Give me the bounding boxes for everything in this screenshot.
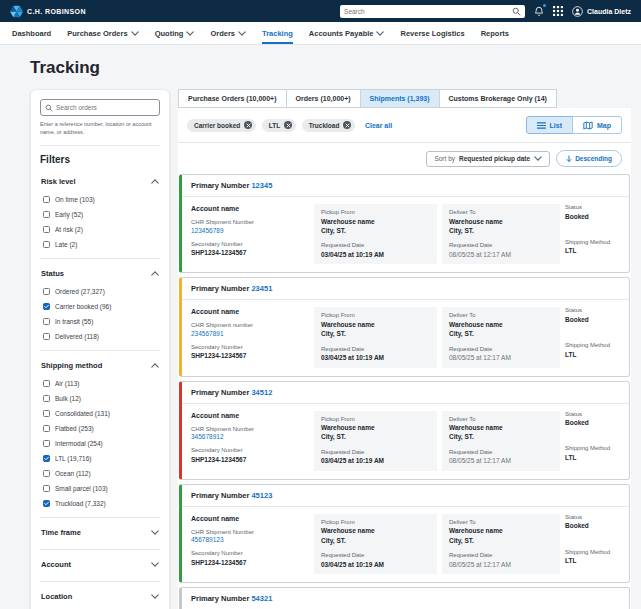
- filter-option-air[interactable]: Air (113): [40, 376, 160, 391]
- filter-option-truckload[interactable]: Truckload (7,332): [40, 496, 160, 511]
- filter-section-toggle-status[interactable]: Status: [40, 263, 160, 284]
- filter-option-late[interactable]: Late (2): [40, 237, 160, 252]
- shipping-method-value: LTL: [565, 246, 620, 255]
- pickup-date-value: 03/04/25 at 10:19 AM: [321, 560, 430, 569]
- remove-chip-icon[interactable]: [284, 121, 292, 129]
- status-cell: StatusBookedShipping MethodLTL: [565, 307, 620, 367]
- filter-option-consolidated[interactable]: Consolidated (131): [40, 406, 160, 421]
- filter-option-ordered[interactable]: Ordered (27,327): [40, 284, 160, 299]
- nav-item-orders[interactable]: Orders: [210, 22, 246, 44]
- delivery-location: Warehouse nameCity, ST.: [449, 320, 553, 339]
- chr-shipment-number-link[interactable]: 456789123: [191, 536, 224, 543]
- notifications-bell-icon[interactable]: [534, 6, 544, 17]
- nav-item-purchase-orders[interactable]: Purchase Orders: [67, 22, 138, 44]
- remove-chip-icon[interactable]: [343, 121, 351, 129]
- filter-option-ltl[interactable]: LTL (19,716): [40, 451, 160, 466]
- secondary-number-value: SHP1234-1234567: [191, 351, 309, 360]
- filter-option-bulk[interactable]: Bulk (12): [40, 391, 160, 406]
- checkbox-checked-icon[interactable]: [43, 303, 50, 310]
- primary-nav: DashboardPurchase OrdersQuotingOrdersTra…: [0, 22, 641, 45]
- user-avatar-icon: [572, 6, 583, 17]
- chr-shipment-number-link[interactable]: 345678912: [191, 433, 224, 440]
- list-icon: [537, 122, 546, 129]
- tab-customs-brokerage-only-14[interactable]: Customs Brokerage Only (14): [439, 89, 557, 108]
- filter-option-intermodal[interactable]: Intermodal (254): [40, 436, 160, 451]
- filter-section-toggle-time-frame[interactable]: Time frame: [40, 522, 160, 543]
- nav-item-accounts-payable[interactable]: Accounts Payable: [309, 22, 385, 44]
- checkbox-checked-icon[interactable]: [43, 500, 50, 507]
- top-app-bar: C.H. ROBINSON Claud: [0, 0, 641, 22]
- filter-option-at-risk[interactable]: At risk (2): [40, 222, 160, 237]
- sort-direction-button[interactable]: Descending: [556, 150, 622, 167]
- shipping-method-label: Shipping Method: [565, 342, 620, 348]
- chip-label: Carrier booked: [194, 122, 240, 129]
- list-view-button[interactable]: List: [526, 116, 573, 134]
- filter-section-toggle-location[interactable]: Location: [40, 586, 160, 607]
- primary-number-link[interactable]: 12345: [251, 181, 272, 190]
- shipments-panel: Carrier bookedLTLTruckload Clear all Lis…: [178, 108, 631, 609]
- nav-item-quoting[interactable]: Quoting: [155, 22, 195, 44]
- tab-bar: Purchase Orders (10,000+)Orders (10,000+…: [178, 89, 631, 108]
- filter-option-label: Ocean (112): [55, 470, 91, 477]
- status-cell: StatusBookedShipping MethodLTL: [565, 204, 620, 264]
- filter-option-in-transit[interactable]: In transit (55): [40, 314, 160, 329]
- primary-number-link[interactable]: 34512: [251, 388, 272, 397]
- filter-option-on-time[interactable]: On time (103): [40, 192, 160, 207]
- brand-name: C.H. ROBINSON: [27, 8, 86, 15]
- checkbox-unchecked-icon[interactable]: [43, 425, 50, 432]
- chevron-down-icon: [376, 31, 384, 36]
- global-search-input[interactable]: [344, 8, 509, 15]
- chr-shipment-number-link[interactable]: 123456789: [191, 227, 224, 234]
- clear-all-link[interactable]: Clear all: [365, 122, 392, 129]
- requested-date-label: Requested Date: [449, 242, 553, 248]
- tab-orders-10-000[interactable]: Orders (10,000+): [286, 89, 361, 108]
- delivery-location: Warehouse nameCity, ST.: [449, 526, 553, 545]
- apps-grid-icon[interactable]: [553, 6, 563, 16]
- checkbox-unchecked-icon[interactable]: [43, 333, 50, 340]
- tab-purchase-orders-10-000[interactable]: Purchase Orders (10,000+): [178, 89, 287, 108]
- status-cell: StatusBookedShipping MethodLTL: [565, 411, 620, 471]
- filter-section-account: Account: [40, 549, 160, 581]
- user-menu[interactable]: Claudia Dietz: [572, 6, 631, 17]
- map-view-button[interactable]: Map: [572, 116, 622, 134]
- primary-number-link[interactable]: 45123: [251, 491, 272, 500]
- checkbox-unchecked-icon[interactable]: [43, 196, 50, 203]
- checkbox-unchecked-icon[interactable]: [43, 410, 50, 417]
- filter-option-small-parcel[interactable]: Small parcel (103): [40, 481, 160, 496]
- checkbox-unchecked-icon[interactable]: [43, 440, 50, 447]
- filter-section-toggle-account[interactable]: Account: [40, 554, 160, 575]
- primary-number-link[interactable]: 23451: [251, 284, 272, 293]
- checkbox-unchecked-icon[interactable]: [43, 395, 50, 402]
- filter-option-flatbed[interactable]: Flatbed (253): [40, 421, 160, 436]
- sort-value: Requested pickup date: [459, 155, 530, 162]
- filter-section-toggle-risk-level[interactable]: Risk level: [40, 171, 160, 192]
- nav-item-tracking[interactable]: Tracking: [262, 22, 293, 44]
- checkbox-checked-icon[interactable]: [43, 455, 50, 462]
- pickup-cell: Pickup FromWarehouse nameCity, ST.Reques…: [314, 204, 437, 264]
- tab-shipments-1-393[interactable]: Shipments (1,393): [360, 89, 440, 108]
- checkbox-unchecked-icon[interactable]: [43, 318, 50, 325]
- checkbox-unchecked-icon[interactable]: [43, 380, 50, 387]
- filter-section-toggle-shipping-method[interactable]: Shipping method: [40, 355, 160, 376]
- primary-number-link[interactable]: 54321: [251, 594, 272, 603]
- remove-chip-icon[interactable]: [244, 121, 252, 129]
- filter-option-early[interactable]: Early (52): [40, 207, 160, 222]
- checkbox-unchecked-icon[interactable]: [43, 241, 50, 248]
- shipping-method-label: Shipping Method: [565, 239, 620, 245]
- filter-option-ocean[interactable]: Ocean (112): [40, 466, 160, 481]
- checkbox-unchecked-icon[interactable]: [43, 211, 50, 218]
- nav-item-reverse-logistics[interactable]: Reverse Logistics: [400, 22, 464, 44]
- sort-select[interactable]: Sort by Requested pickup date: [426, 151, 550, 167]
- nav-item-dashboard[interactable]: Dashboard: [12, 22, 51, 44]
- nav-item-reports[interactable]: Reports: [481, 22, 509, 44]
- chr-shipment-number-link[interactable]: 234567891: [191, 330, 224, 337]
- checkbox-unchecked-icon[interactable]: [43, 485, 50, 492]
- filter-option-carrier-booked[interactable]: Carrier booked (96): [40, 299, 160, 314]
- filter-option-delivered[interactable]: Delivered (118): [40, 329, 160, 344]
- checkbox-unchecked-icon[interactable]: [43, 226, 50, 233]
- shipment-card-45123: Primary Number 45123Account nameCHR Ship…: [179, 484, 630, 583]
- search-icon[interactable]: [512, 7, 521, 16]
- checkbox-unchecked-icon[interactable]: [43, 288, 50, 295]
- checkbox-unchecked-icon[interactable]: [43, 470, 50, 477]
- orders-search-input[interactable]: [56, 104, 155, 111]
